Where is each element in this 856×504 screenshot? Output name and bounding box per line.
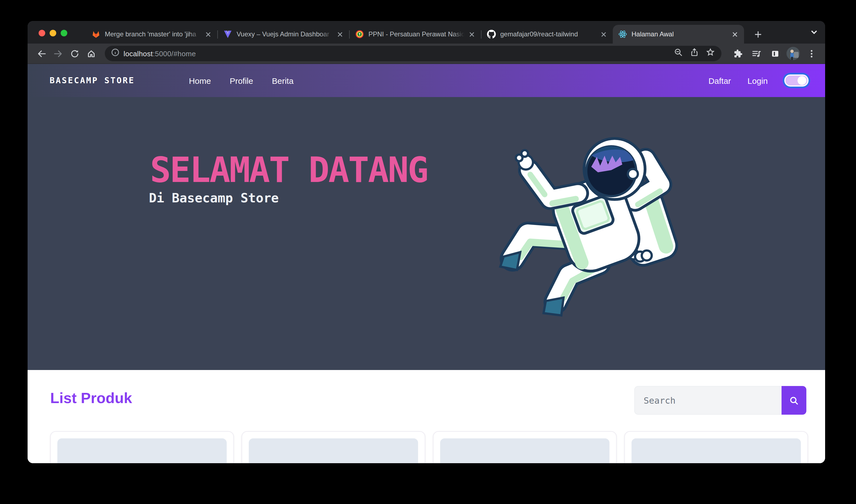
tab-close-icon[interactable] <box>467 30 477 39</box>
tabs-container: Merge branch 'master' into 'jihaVuexy – … <box>86 25 765 43</box>
tab-title: Vuexy – Vuejs Admin Dashboar <box>237 30 333 39</box>
astronaut-illustration <box>494 126 688 320</box>
hero-title: SELAMAT DATANG <box>150 150 427 190</box>
tab-close-icon[interactable] <box>730 30 739 39</box>
browser-tab[interactable]: gemafajar09/react-tailwind <box>482 25 613 43</box>
playlist-icon[interactable] <box>749 46 763 61</box>
search-input[interactable] <box>634 386 782 415</box>
search-button[interactable] <box>782 386 806 415</box>
browser-tab[interactable]: Vuexy – Vuejs Admin Dashboar <box>218 25 349 43</box>
tab-title: PPNI - Persatuan Perawat Nasio <box>369 30 464 39</box>
browser-tab[interactable]: Merge branch 'master' into 'jiha <box>86 25 217 43</box>
url-text[interactable]: localhost:5000/#home <box>124 49 196 58</box>
side-panel-icon[interactable] <box>768 46 782 61</box>
menu-dots-icon[interactable] <box>804 46 819 61</box>
new-tab-button[interactable] <box>751 27 765 41</box>
tab-title: gemafajar09/react-tailwind <box>500 30 596 39</box>
tab-search-chevron-icon[interactable] <box>810 28 818 38</box>
maximize-window-button[interactable] <box>61 30 67 36</box>
react-favicon <box>618 30 627 39</box>
github-favicon <box>487 30 496 39</box>
forward-icon[interactable] <box>51 46 65 61</box>
tab-close-icon[interactable] <box>599 30 608 39</box>
ppni-favicon <box>355 30 364 39</box>
gitlab-favicon <box>92 30 101 39</box>
toggle-knob <box>798 76 806 85</box>
address-bar[interactable]: localhost:5000/#home <box>105 46 721 61</box>
nav-actions: DaftarLogin <box>709 74 816 87</box>
hero-subtitle: Di Basecamp Store <box>149 191 279 205</box>
product-image-placeholder <box>440 438 609 463</box>
brand-logo[interactable]: BASECAMP STORE <box>50 75 135 86</box>
product-image-placeholder <box>57 438 227 463</box>
tab-title: Merge branch 'master' into 'jiha <box>105 30 201 39</box>
extensions-puzzle-icon[interactable] <box>730 46 745 61</box>
hero-section: SELAMAT DATANG Di Basecamp Store <box>28 97 825 370</box>
minimize-window-button[interactable] <box>50 30 56 36</box>
profile-avatar[interactable] <box>786 47 800 60</box>
theme-toggle[interactable] <box>784 74 808 87</box>
share-icon[interactable] <box>690 48 699 59</box>
home-icon[interactable] <box>84 46 98 61</box>
product-card[interactable] <box>433 431 617 463</box>
product-card[interactable] <box>242 431 425 463</box>
window-controls <box>39 30 67 36</box>
reload-icon[interactable] <box>67 46 82 61</box>
browser-window: Merge branch 'master' into 'jihaVuexy – … <box>28 21 825 463</box>
tab-close-icon[interactable] <box>335 30 345 39</box>
nav-action-login[interactable]: Login <box>748 76 768 85</box>
product-card[interactable] <box>50 431 234 463</box>
nav-action-daftar[interactable]: Daftar <box>709 76 731 85</box>
products-heading: List Produk <box>50 390 132 407</box>
browser-tab[interactable]: Halaman Awal <box>613 25 744 43</box>
search-bar <box>634 386 806 415</box>
back-icon[interactable] <box>34 46 49 61</box>
products-section: List Produk <box>28 370 825 463</box>
product-card[interactable] <box>624 431 808 463</box>
close-window-button[interactable] <box>39 30 45 36</box>
tab-title: Halaman Awal <box>631 30 728 39</box>
browser-tab[interactable]: PPNI - Persatuan Perawat Nasio <box>350 25 481 43</box>
site-navbar: BASECAMP STORE HomeProfileBerita DaftarL… <box>28 64 825 97</box>
search-icon <box>789 396 799 405</box>
vuexy-favicon <box>224 30 232 39</box>
product-image-placeholder <box>249 438 418 463</box>
product-image-placeholder <box>631 438 801 463</box>
page-viewport: BASECAMP STORE HomeProfileBerita DaftarL… <box>28 64 825 463</box>
bookmark-star-icon[interactable] <box>706 48 715 59</box>
nav-link-home[interactable]: Home <box>189 76 211 85</box>
nav-link-berita[interactable]: Berita <box>272 76 293 85</box>
tab-close-icon[interactable] <box>203 30 213 39</box>
nav-link-profile[interactable]: Profile <box>230 76 253 85</box>
site-info-icon[interactable] <box>111 49 119 58</box>
product-card-grid <box>50 431 808 463</box>
tab-strip: Merge branch 'master' into 'jihaVuexy – … <box>28 21 825 43</box>
browser-toolbar: localhost:5000/#home <box>28 43 825 64</box>
zoom-icon[interactable] <box>674 48 683 59</box>
nav-links: HomeProfileBerita <box>189 76 293 85</box>
